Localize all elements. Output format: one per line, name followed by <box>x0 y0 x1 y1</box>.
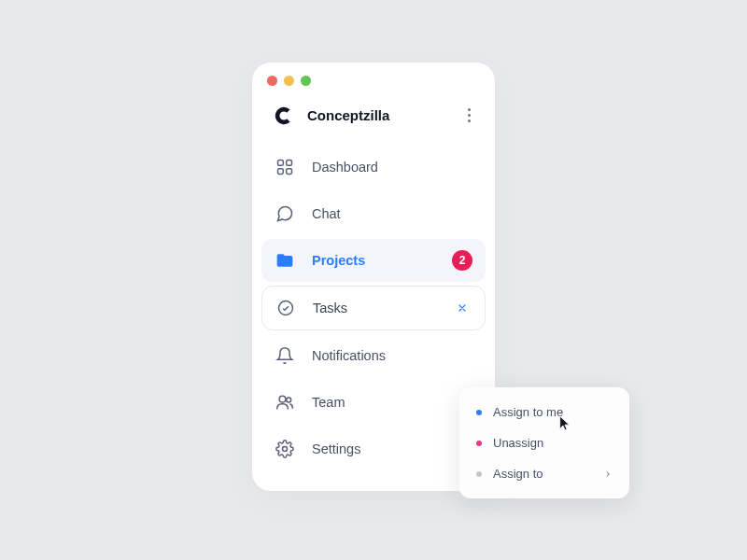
sidebar-item-label: Tasks <box>313 301 347 315</box>
svg-point-7 <box>283 446 288 451</box>
sidebar-item-label: Team <box>312 395 345 410</box>
close-traffic-dot[interactable] <box>267 76 277 86</box>
folder-icon <box>275 250 295 271</box>
status-dot-icon <box>476 410 482 415</box>
grid-icon <box>275 157 295 177</box>
app-window: Conceptzilla Dashboard Chat Projects 2 <box>252 63 495 491</box>
svg-point-5 <box>279 396 286 402</box>
menu-item-label: Assign to <box>493 467 543 481</box>
chat-icon <box>275 203 295 224</box>
sidebar-item-chat[interactable]: Chat <box>261 192 486 235</box>
menu-item-assign-to-me[interactable]: Assign to me <box>465 397 624 427</box>
check-circle-icon <box>275 298 296 318</box>
tasks-context-menu: Assign to me Unassign Assign to <box>459 387 629 498</box>
brand-name: Conceptzilla <box>307 107 389 123</box>
svg-point-4 <box>279 301 293 315</box>
svg-rect-0 <box>278 160 284 165</box>
bell-icon <box>275 345 295 366</box>
users-icon <box>275 392 295 413</box>
svg-rect-1 <box>287 160 292 165</box>
pointer-cursor-icon <box>557 414 571 431</box>
chevron-right-icon <box>603 469 613 479</box>
menu-item-label: Assign to me <box>493 405 563 419</box>
app-logo-icon <box>273 105 295 127</box>
status-dot-icon <box>476 471 482 477</box>
sidebar-item-label: Projects <box>312 253 365 268</box>
sidebar-item-dashboard[interactable]: Dashboard <box>261 146 486 189</box>
sidebar-item-team[interactable]: Team <box>261 381 486 424</box>
sidebar-item-label: Notifications <box>312 348 386 363</box>
svg-rect-3 <box>287 168 292 174</box>
sidebar-item-label: Chat <box>312 206 341 221</box>
maximize-traffic-dot[interactable] <box>301 76 311 86</box>
status-dot-icon <box>476 441 482 446</box>
window-traffic-lights <box>252 76 495 99</box>
sidebar-nav: Dashboard Chat Projects 2 Tasks <box>252 146 495 491</box>
svg-point-6 <box>287 398 291 402</box>
more-menu-button[interactable] <box>464 105 474 126</box>
sidebar-item-notifications[interactable]: Notifications <box>261 334 486 377</box>
sidebar-item-label: Dashboard <box>312 160 378 175</box>
projects-count-badge: 2 <box>452 250 472 271</box>
menu-item-label: Unassign <box>493 436 543 450</box>
close-icon[interactable] <box>453 299 472 317</box>
svg-rect-2 <box>278 168 284 174</box>
sidebar-item-projects[interactable]: Projects 2 <box>261 239 486 282</box>
minimize-traffic-dot[interactable] <box>284 76 294 86</box>
sidebar-item-settings[interactable]: Settings <box>261 427 486 470</box>
brand-header: Conceptzilla <box>252 99 495 146</box>
menu-item-unassign[interactable]: Unassign <box>465 427 624 458</box>
menu-item-assign-to[interactable]: Assign to <box>465 458 624 489</box>
sidebar-item-label: Settings <box>312 441 360 456</box>
sidebar-item-tasks[interactable]: Tasks <box>261 286 486 330</box>
gear-icon <box>275 439 295 459</box>
